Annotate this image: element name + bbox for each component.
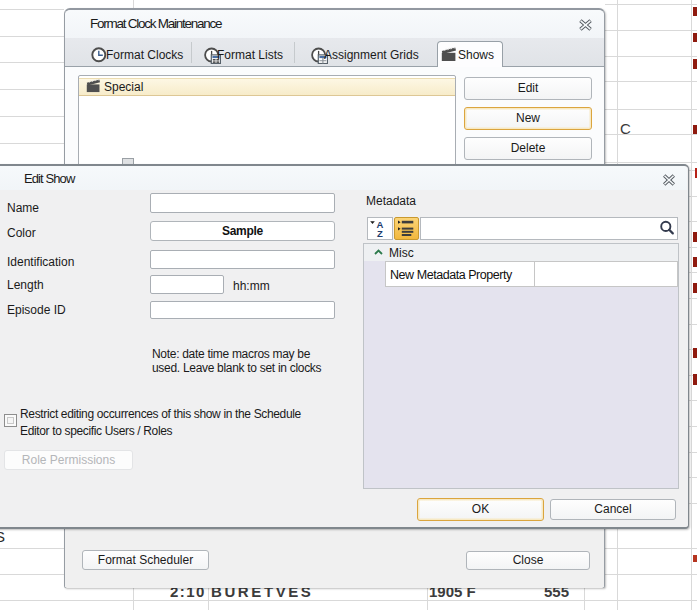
svg-text:Z: Z [377,228,383,239]
